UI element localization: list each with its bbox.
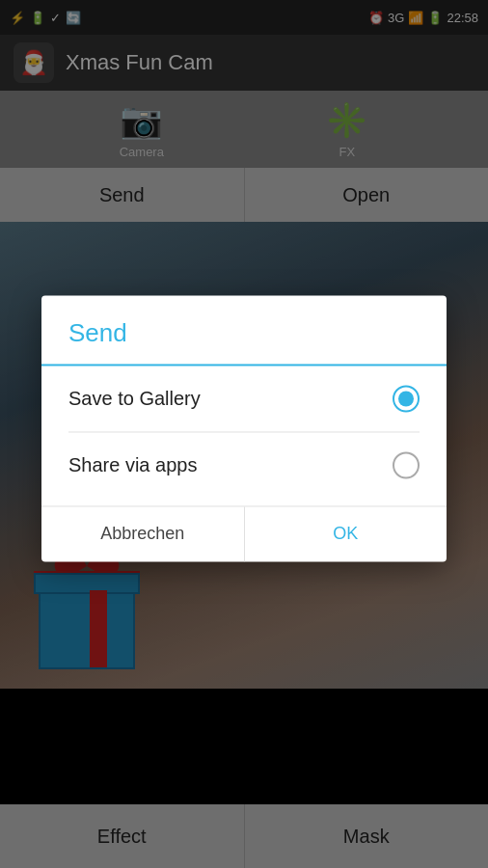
save-to-gallery-option[interactable]: Save to Gallery	[41, 366, 447, 431]
share-apps-radio[interactable]	[393, 451, 420, 478]
save-gallery-radio[interactable]	[393, 385, 420, 412]
dialog-actions: Abbrechen OK	[41, 505, 447, 561]
send-dialog: Send Save to Gallery Share via apps Abbr…	[41, 295, 447, 561]
cancel-button[interactable]: Abbrechen	[41, 506, 245, 561]
dialog-title: Send	[41, 295, 447, 364]
share-via-apps-option[interactable]: Share via apps	[41, 432, 447, 498]
radio-selected-indicator	[398, 391, 414, 406]
ok-button[interactable]: OK	[245, 506, 447, 561]
share-via-apps-label: Share via apps	[68, 454, 197, 476]
save-to-gallery-label: Save to Gallery	[68, 388, 201, 410]
